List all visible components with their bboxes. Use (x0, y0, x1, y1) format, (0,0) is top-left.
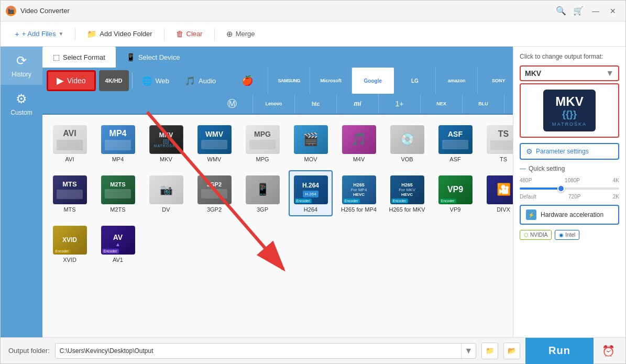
clear-button[interactable]: 🗑 Clear (170, 26, 209, 42)
merge-button[interactable]: ⊕ Merge (220, 26, 261, 42)
tab-select-device[interactable]: 📱 Select Device (116, 47, 190, 68)
format-3gp[interactable]: 📱 3GP (240, 170, 284, 216)
brand-mi[interactable]: mi (337, 94, 379, 114)
output-path-dropdown-icon[interactable]: ▼ (461, 344, 476, 358)
format-asf[interactable]: ASF ASF (433, 120, 477, 166)
xvid-icon: XVID Encoder (51, 224, 88, 256)
brand-amazon[interactable]: amazon (436, 68, 478, 94)
format-mp4[interactable]: MP4 MP4 (96, 120, 140, 166)
format-wmv[interactable]: WMV WMV (192, 120, 236, 166)
divx-icon: 🎦 (485, 174, 513, 205)
right-panel: Click to change output format: MKV ▼ MKV… (513, 47, 625, 337)
3gp-icon: 📱 (244, 174, 281, 205)
format-h265-mkv[interactable]: H265 For MKV HEVC Encoder H265 for MKV (385, 170, 429, 216)
mp4-icon: MP4 (100, 124, 136, 155)
av1-icon: AV ▲ Encoder (100, 224, 136, 256)
quality-slider-track[interactable] (520, 187, 619, 190)
separator3 (214, 28, 215, 40)
cart-icon[interactable]: 🛒 (571, 4, 586, 18)
format-divx[interactable]: 🎦 DIVX (481, 170, 513, 216)
mov-icon: 🎬 (292, 124, 329, 155)
intel-badge[interactable]: ◉ Intel (555, 230, 579, 240)
brand-nex[interactable]: NEX (421, 94, 463, 114)
wmv-label: WMV (207, 156, 222, 162)
brand-lg[interactable]: LG (394, 68, 436, 94)
toolbar: + + Add Files ▼ 📁 Add Video Folder 🗑 Cle… (1, 21, 625, 47)
format-mkv[interactable]: MKV {{}} MATROŠKA MKV (144, 120, 188, 166)
run-button[interactable]: Run (525, 338, 594, 364)
web-icon: 🌐 (142, 76, 152, 86)
history-icon: ⟳ (16, 53, 27, 68)
tab-select-format[interactable]: ⬚ Select Format (42, 47, 116, 68)
folder-icon: 📁 (87, 29, 97, 39)
web-format-button[interactable]: 🌐 Web (136, 70, 176, 91)
4k-hd-button[interactable]: 4K/HD (99, 70, 129, 91)
slider-thumb[interactable] (557, 185, 565, 192)
format-av1[interactable]: AV ▲ Encoder AV1 (96, 220, 140, 267)
brand-apple[interactable]: 🍎 (226, 68, 268, 94)
format-m4v[interactable]: 🎵 M4V (337, 120, 381, 166)
brand-lenovo[interactable]: Lenovo (253, 94, 295, 114)
brand-samsung[interactable]: SAMSUNG (268, 68, 310, 94)
format-mts[interactable]: MTS MTS (48, 170, 92, 216)
format-selector[interactable]: MKV ▼ (520, 65, 619, 81)
audio-format-button[interactable]: 🎵 Audio (179, 70, 222, 91)
mkv-label: MKV (160, 156, 172, 162)
format-xvid[interactable]: XVID Encoder XVID (48, 220, 92, 267)
brand-zte[interactable]: ZTE (504, 94, 513, 114)
brand-motorola[interactable]: Ⓜ (211, 94, 253, 114)
device-tab-icon: 📱 (126, 53, 135, 61)
clear-icon: 🗑 (176, 29, 184, 38)
brand-google[interactable]: Google (352, 68, 394, 94)
brand-htc[interactable]: htc (295, 94, 337, 114)
add-video-folder-button[interactable]: 📁 Add Video Folder (81, 26, 158, 42)
sidebar-item-history[interactable]: ⟳ History (1, 47, 42, 85)
format-vob[interactable]: 💿 VOB (385, 120, 429, 166)
sidebar-item-custom[interactable]: ⚙ Custom (1, 85, 42, 123)
mkv-logo: MKV {{}} MATROŠKA (543, 90, 596, 131)
wmv-icon: WMV (196, 124, 233, 155)
hardware-acceleration-button[interactable]: ⚡ Hardware acceleration (520, 205, 619, 225)
h264-label: H264 (304, 206, 317, 213)
separator2 (164, 28, 164, 40)
separator (75, 28, 75, 40)
alarm-button[interactable]: ⏰ (599, 341, 618, 360)
custom-label: Custom (10, 109, 32, 116)
minimize-button[interactable]: — (588, 4, 603, 18)
titlebar-left: 🎬 Video Converter (6, 6, 70, 16)
mkv-brand-text: MATROŠKA (552, 122, 587, 127)
brand-blu[interactable]: BLU (463, 94, 504, 114)
format-dv[interactable]: 📷 DV (144, 170, 188, 216)
mkv-braces-icon: {{}} (562, 109, 577, 120)
format-mov[interactable]: 🎬 MOV (289, 120, 333, 166)
output-path-input[interactable] (56, 344, 461, 358)
format-3gp2[interactable]: 3GP2 3GP2 (192, 170, 236, 216)
avi-icon: AVI (51, 124, 88, 155)
brand-oneplus[interactable]: 1+ (379, 94, 421, 114)
format-m2ts[interactable]: M2TS M2TS (96, 170, 140, 216)
brand-microsoft[interactable]: Microsoft (310, 68, 352, 94)
merge-icon: ⊕ (226, 29, 233, 39)
add-files-button[interactable]: + + Add Files ▼ (8, 26, 70, 42)
h265mp4-label: H265 for MP4 (341, 206, 377, 213)
close-button[interactable]: ✕ (606, 4, 620, 18)
dropdown-arrow-icon: ▼ (58, 31, 63, 37)
format-h264[interactable]: H.264 H.264 Encoder H264 (289, 170, 333, 216)
search-icon[interactable]: 🔍 (554, 4, 568, 18)
h264-icon: H.264 H.264 Encoder (292, 174, 329, 205)
av1-label: AV1 (113, 257, 123, 263)
browse-output-folder-button[interactable]: 📁 (481, 343, 498, 359)
nvidia-badge[interactable]: ⬡ NVIDIA (520, 230, 552, 240)
parameter-settings-button[interactable]: ⚙ Parameter settings (520, 143, 619, 160)
format-h265-mp4[interactable]: H265 For MP4 HEVC Encoder H265 for MP4 (337, 170, 381, 216)
format-vp9[interactable]: VP9 Encoder VP9 (433, 170, 477, 216)
format-mpg[interactable]: MPG MPG (240, 120, 284, 166)
format-avi[interactable]: AVI AVI (48, 120, 92, 166)
open-output-button[interactable]: 📂 (503, 343, 520, 359)
selected-format-name: MKV (525, 69, 606, 78)
brand-sony[interactable]: SONY (478, 68, 513, 94)
titlebar-controls: 🔍 🛒 — ✕ (554, 4, 620, 18)
h265mkv-icon: H265 For MKV HEVC Encoder (389, 174, 425, 205)
video-format-button[interactable]: ▶ Video (47, 70, 96, 91)
format-ts[interactable]: TS TS (481, 120, 513, 166)
